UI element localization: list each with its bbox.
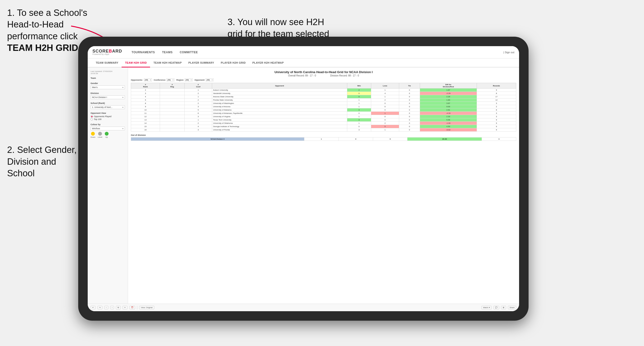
nav-committee[interactable]: COMMITTEE (180, 51, 198, 54)
tab-player-h2h-grid[interactable]: PLAYER H2H GRID (217, 58, 249, 67)
cell-loss: 1 (371, 95, 399, 98)
cell-win: 0 (347, 112, 371, 115)
tab-player-summary[interactable]: PLAYER SUMMARY (185, 58, 218, 67)
gender-select[interactable]: Men's (90, 85, 125, 89)
cell-opponent: University of Oklahoma (212, 122, 347, 125)
table-row: 16 3 University of Florida 3 1 0 -6.62 9 (131, 128, 516, 132)
cut-button[interactable]: ✂ (122, 306, 128, 309)
logo: SCOREBARD Powered by clippi (92, 49, 122, 55)
cell-reg (160, 108, 184, 112)
cell-reg (160, 92, 184, 95)
annotation-3: 3. You will now see H2H grid for the tea… (228, 5, 329, 40)
radio-top-100[interactable]: Top 100 (90, 118, 125, 121)
cell-win: 0 (347, 125, 371, 128)
cell-conf: 1 (184, 89, 212, 92)
cell-opponent: University of Washington (212, 102, 347, 105)
sidebar-school-section: School (Rank) 1. University of Nort... (90, 102, 125, 109)
ood-tie: 0 (373, 138, 408, 141)
cell-opponent: Arizona State University (212, 95, 347, 98)
filter-opponent-select[interactable]: (All) (206, 78, 214, 81)
cell-diff: 9.00 (420, 105, 477, 108)
cell-loss: 2 (371, 122, 399, 125)
ood-win: 1 (304, 138, 338, 141)
cell-loss: 0 (371, 115, 399, 118)
swatch-up (105, 132, 108, 136)
grid-content: University of North Carolina Head-to-Hea… (128, 67, 519, 304)
col-loss: Loss (371, 83, 399, 89)
colour-select[interactable]: Win/loss (90, 127, 125, 130)
cell-tie: 0 (399, 128, 420, 132)
out-of-division-table: NCAA Division II 1 0 0 26.00 3 (131, 137, 516, 141)
colour-swatches: Down Level Up (90, 132, 125, 138)
cell-conf: 6 (184, 112, 212, 115)
comment-button[interactable]: 💬 (494, 306, 499, 309)
cell-tie: 0 (399, 125, 420, 128)
sign-out[interactable]: | Sign out (504, 51, 514, 54)
filter-region-select[interactable]: (All) (185, 78, 193, 81)
filter-opponents-label: Opponents: (131, 79, 143, 81)
redo-button[interactable]: ↪ (98, 306, 102, 309)
sidebar-gender-section: Gender Men's (90, 82, 125, 89)
cell-rounds: 8 (477, 108, 516, 112)
cell-diff: -4.33 (420, 112, 477, 115)
grid-button[interactable]: ⊞ (501, 306, 506, 309)
tab-team-summary[interactable]: TEAM SUMMARY (92, 58, 122, 67)
table-row: 9 3 University of Arizona 1 0 0 9.00 2 (131, 105, 516, 108)
copy-button[interactable]: ⧉ (116, 306, 121, 310)
cell-rounds: 9 (477, 125, 516, 128)
tablet-frame: SCOREBARD Powered by clippi TOURNAMENTS … (78, 37, 528, 321)
cell-rounds: 3 (477, 112, 516, 115)
view-original-button[interactable]: View: Original (139, 306, 154, 309)
cell-opponent: Texas Tech University (212, 118, 347, 122)
school-select[interactable]: 1. University of Nort... (90, 105, 125, 109)
toolbar-divider (137, 306, 137, 310)
cell-diff: 3.67 (420, 102, 477, 105)
cell-tie: 0 (399, 115, 420, 118)
cell-win: 3 (347, 128, 371, 132)
cell-rounds: 8 (477, 92, 516, 95)
cell-opponent: Georgia Institute of Technology (212, 125, 347, 128)
table-row: 2 1 Auburn University 2 1 0 1.67 9 (131, 89, 516, 92)
cell-loss: 0 (371, 118, 399, 122)
cell-reg (160, 105, 184, 108)
tab-player-h2h-heatmap[interactable]: PLAYER H2H HEATMAP (249, 58, 287, 67)
cell-diff: -6.62 (420, 128, 477, 132)
cell-win: 1 (347, 105, 371, 108)
cell-win: 1 (347, 115, 371, 118)
ood-loss: 0 (338, 138, 373, 141)
back-button[interactable]: ‹ (104, 306, 108, 309)
tab-team-h2h-grid[interactable]: TEAM H2H GRID (122, 58, 150, 67)
undo-button[interactable]: ↩ (90, 306, 96, 309)
nav-teams[interactable]: TEAMS (162, 51, 173, 54)
watch-button[interactable]: Watch ▾ (482, 306, 492, 309)
tab-team-h2h-heatmap[interactable]: TEAM H2H HEATMAP (150, 58, 185, 67)
forward-button[interactable]: › (110, 306, 114, 309)
col-rounds: Rounds (477, 83, 516, 89)
division-select[interactable]: NCAA Division I (90, 95, 125, 99)
nav-tournaments[interactable]: TOURNAMENTS (132, 51, 155, 54)
cell-rank: 6 (131, 98, 160, 102)
cell-tie: 0 (399, 112, 420, 115)
cell-rank: 14 (131, 122, 160, 125)
col-diff: Diff AvStrokes/Rnd (420, 83, 477, 89)
cell-conf: 1 (184, 118, 212, 122)
cell-rank: 2 (131, 89, 160, 92)
sidebar: Last Updated: 27/03/2024 16:55:38 Team G… (88, 67, 128, 304)
cell-opponent: University of Virginia (212, 115, 347, 118)
cell-conf: 2 (184, 102, 212, 105)
cell-conf: 4 (184, 125, 212, 128)
filter-opponents-select[interactable]: (All) (144, 78, 152, 81)
col-conf: #Conf (184, 83, 212, 89)
radio-opponents-played[interactable]: Opponents Played (90, 115, 125, 118)
cell-rank: 8 (131, 102, 160, 105)
nav-items: TOURNAMENTS TEAMS COMMITTEE (132, 51, 198, 54)
cell-tie: 0 (399, 95, 420, 98)
annotation-2: 2. Select Gender, Division and School (7, 133, 77, 179)
share-button[interactable]: Share (508, 306, 516, 309)
clock-button[interactable]: ⏰ (130, 306, 135, 309)
filter-conference-select[interactable]: (All) (166, 78, 174, 81)
table-row: 4 1 Arizona State University 5 1 0 2.29 … (131, 95, 516, 98)
cell-reg (160, 89, 184, 92)
ood-division: NCAA Division II (131, 138, 304, 141)
cell-rounds: 9 (477, 128, 516, 132)
